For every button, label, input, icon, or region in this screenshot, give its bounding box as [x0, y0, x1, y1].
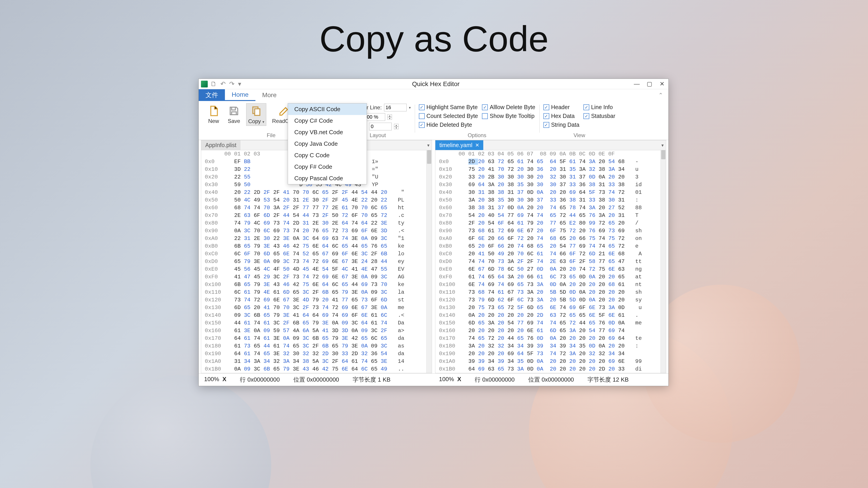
hex-row[interactable]: 0x10 75 20 41 70 72 20 30 36 20 31 35 3A… — [435, 166, 666, 173]
statusbar-left: 100% X 行 0x00000000 位置 0x00000000 字节长度 1… — [199, 373, 434, 386]
hex-view-right[interactable]: 00 01 02 03 04 05 06 07 08 09 0A 0B 0C 0… — [435, 150, 666, 373]
scrollbar[interactable] — [660, 150, 666, 373]
copy-java-item[interactable]: Copy Java Code — [288, 138, 367, 150]
allow-delete-byte-check[interactable]: ✓Alllow Delete Byte — [482, 104, 535, 110]
hex-row[interactable]: 0x150 6D 65 3A 20 54 77 69 74 74 65 72 4… — [435, 319, 666, 327]
close-button[interactable]: ✕ — [656, 79, 669, 89]
hex-row[interactable]: 0x190 20 20 20 20 69 64 5F 73 74 72 3A 2… — [435, 350, 666, 358]
hex-row[interactable]: 0x40 30 31 38 38 31 37 0D 0A 20 20 69 64… — [435, 189, 666, 196]
copy-pascal-item[interactable]: Copy Pascal Code — [288, 173, 367, 184]
hex-row[interactable]: 0x170 74 65 72 20 44 65 76 0D 0A 20 20 2… — [435, 335, 666, 342]
show-byte-tooltip-check[interactable]: Show Byte Tooltip — [482, 113, 535, 119]
hex-row[interactable]: 0xB0 65 20 6F 66 20 74 68 65 20 54 77 69… — [435, 242, 666, 250]
save-button[interactable]: Save — [226, 103, 242, 125]
hide-deleted-byte-check[interactable]: ✓Hide Deleted Byte — [419, 122, 478, 128]
hex-row[interactable]: 0x110 6C 61 79 4E 61 6D 65 3C 2F 6B 65 7… — [201, 289, 432, 296]
hex-row[interactable]: 0xC0 6C 6F 70 6D 65 6E 74 52 65 67 69 6F… — [201, 250, 432, 258]
hex-row[interactable]: 0x80 2F 20 54 6F 64 61 79 20 77 65 E2 80… — [435, 219, 666, 227]
hex-row[interactable]: 0xA0 6F 6E 20 66 6F 72 20 74 68 65 20 66… — [435, 235, 666, 242]
hex-row[interactable]: 0x50 50 4C 49 53 54 20 31 2E 30 2F 2F 45… — [201, 196, 432, 204]
hex-row[interactable]: 0x1B0 64 69 63 65 73 3A 0D 0A 20 20 20 2… — [435, 365, 666, 373]
hex-row[interactable]: 0xA0 22 31 2E 30 22 3E 0A 3C 64 69 63 74… — [201, 235, 432, 242]
location-spinner[interactable]: ▴▾ — [394, 124, 399, 129]
hex-row[interactable]: 0x160 61 3E 0A 09 59 57 4A 6A 5A 41 3D 3… — [201, 327, 432, 335]
tab-dropdown-icon[interactable]: ▾ — [427, 142, 430, 148]
ribbon-collapse-icon[interactable]: ⌃ — [656, 89, 666, 101]
hex-row[interactable]: 0x100 6B 65 79 3E 43 46 42 75 6E 64 6C 6… — [201, 281, 432, 289]
hex-row[interactable]: 0x180 61 73 65 44 61 74 65 3C 2F 6B 65 7… — [201, 342, 432, 350]
hex-row[interactable]: 0x140 09 3C 6B 65 79 3E 41 64 64 69 74 6… — [201, 312, 432, 319]
chevron-down-icon[interactable]: ▾ — [409, 105, 411, 110]
hex-row[interactable]: 0x170 64 61 74 61 3E 0A 09 3C 6B 65 79 3… — [201, 335, 432, 342]
lineinfo-check[interactable]: ✓Line Info — [583, 104, 615, 110]
copy-csharp-item[interactable]: Copy C# Code — [288, 115, 367, 127]
hex-row[interactable]: 0x40 20 22 2D 2F 2F 41 70 70 6C 65 2F 2F… — [201, 189, 432, 196]
copy-button[interactable]: Copy ▾ — [246, 103, 266, 126]
location-input[interactable] — [369, 123, 392, 130]
copy-c-item[interactable]: Copy C Code — [288, 150, 367, 161]
hex-row[interactable]: 0x150 44 61 74 61 3C 2F 6B 65 79 3E 0A 0… — [201, 319, 432, 327]
ribbon-tab-home[interactable]: Home — [225, 89, 255, 101]
file-tab-appinfo[interactable]: AppInfo.plist — [201, 140, 241, 150]
file-tab-timeline[interactable]: timeline.yaml ✕ — [435, 140, 483, 150]
highlight-same-byte-check[interactable]: ✓Highlight Same Byte — [419, 104, 478, 110]
copy-vbnet-item[interactable]: Copy VB.net Code — [288, 127, 367, 138]
hex-row[interactable]: 0xD0 65 79 3E 0A 09 3C 73 74 72 69 6E 67… — [201, 258, 432, 265]
hex-row[interactable]: 0x1A0 39 39 34 39 34 35 0D 0A 20 20 20 2… — [435, 358, 666, 365]
maximize-button[interactable]: ▢ — [643, 79, 656, 89]
hex-row[interactable]: 0x60 68 74 74 70 3A 2F 2F 77 77 77 2E 61… — [201, 204, 432, 212]
hex-row[interactable]: 0x180 3A 20 32 32 34 34 39 39 34 39 34 3… — [435, 342, 666, 350]
status-close-left[interactable]: X — [222, 376, 226, 383]
hex-row[interactable]: 0x0 2D 20 63 72 65 61 74 65 64 5F 61 74 … — [435, 158, 666, 166]
hex-row[interactable]: 0x70 2E 63 6F 6D 2F 44 54 44 73 2F 50 72… — [201, 212, 432, 219]
statusbar-check[interactable]: ✓Statusbar — [583, 113, 615, 119]
qat-save-icon[interactable]: 🗋 — [211, 81, 217, 87]
stringdata-check[interactable]: ✓String Data — [544, 122, 579, 128]
qat-undo-icon[interactable]: ↶ — [220, 81, 225, 87]
close-tab-icon[interactable]: ✕ — [475, 142, 479, 148]
hex-row[interactable]: 0x190 64 61 74 65 3E 32 30 32 32 2D 30 3… — [201, 350, 432, 358]
hex-row[interactable]: 0xE0 6E 67 6D 78 6C 50 27 0D 0A 20 20 74… — [435, 265, 666, 273]
copy-ascii-item[interactable]: Copy ASCII Code — [288, 103, 367, 115]
ribbon-tab-more[interactable]: More — [255, 89, 283, 101]
header-check[interactable]: ✓Header — [544, 104, 579, 110]
hexdata-check[interactable]: ✓Hex Data — [544, 113, 579, 119]
hex-row[interactable]: 0x20 33 20 2B 30 30 30 30 20 32 30 31 37… — [435, 173, 666, 181]
hex-row[interactable]: 0xD0 74 74 70 73 3A 2F 2F 74 2E 63 6F 2F… — [435, 258, 666, 265]
new-button[interactable]: New — [206, 103, 222, 125]
hex-row[interactable]: 0x80 74 79 4C 69 73 74 2D 31 2E 30 2E 64… — [201, 219, 432, 227]
hex-row[interactable]: 0x100 6E 74 69 74 69 65 73 3A 0D 0A 20 2… — [435, 281, 666, 289]
qat-dropdown-icon[interactable]: ▾ — [238, 81, 241, 87]
scrollbar[interactable] — [426, 150, 432, 373]
hex-row[interactable]: 0x110 73 68 74 61 67 73 3A 20 5B 5D 0D 0… — [435, 289, 666, 296]
hex-row[interactable]: 0xB0 6B 65 79 3E 43 46 42 75 6E 64 6C 65… — [201, 242, 432, 250]
quick-access-toolbar: 🗋 ↶ ↷ ▾ — [211, 81, 241, 87]
hex-row[interactable]: 0x130 6D 65 20 41 70 70 3C 2F 73 74 72 6… — [201, 304, 432, 312]
tab-dropdown-icon[interactable]: ▾ — [661, 142, 664, 148]
minimize-button[interactable]: — — [630, 79, 643, 89]
zoom-spinner[interactable]: ▴▾ — [388, 114, 392, 120]
hex-row[interactable]: 0xE0 45 56 45 4C 4F 50 4D 45 4E 54 5F 4C… — [201, 265, 432, 273]
hex-row[interactable]: 0x30 69 64 3A 20 38 35 30 30 30 37 33 36… — [435, 181, 666, 189]
hex-row[interactable]: 0x160 20 20 20 20 20 20 6E 61 6D 65 3A 2… — [435, 327, 666, 335]
hex-row[interactable]: 0x120 73 74 72 69 6E 67 3E 4D 79 20 41 7… — [201, 296, 432, 304]
hex-row[interactable]: 0x50 3A 20 38 35 30 30 30 37 33 36 38 31… — [435, 196, 666, 204]
hex-row[interactable]: 0xC0 20 41 50 49 20 70 6C 61 74 66 6F 72… — [435, 250, 666, 258]
hex-row[interactable]: 0xF0 41 47 45 29 3C 2F 73 74 72 69 6E 67… — [201, 273, 432, 281]
hex-row[interactable]: 0x1B0 0A 09 3C 6B 65 79 3E 43 46 42 75 6… — [201, 365, 432, 373]
copy-fsharp-item[interactable]: Copy F# Code — [288, 161, 367, 173]
hex-row[interactable]: 0x90 0A 3C 70 6C 69 73 74 20 76 65 72 73… — [201, 227, 432, 235]
ribbon-tab-file[interactable]: 文件 — [199, 89, 225, 101]
qat-redo-icon[interactable]: ↷ — [229, 81, 235, 87]
hex-row[interactable]: 0x140 0A 20 20 20 20 20 20 2D 63 72 65 6… — [435, 312, 666, 319]
hex-row[interactable]: 0xF0 61 74 65 64 3A 20 66 61 6C 73 65 0D… — [435, 273, 666, 281]
hex-row[interactable]: 0x1A0 31 34 3A 34 32 3A 34 38 5A 3C 2F 6… — [201, 358, 432, 365]
bpl-input[interactable] — [384, 104, 407, 111]
hex-row[interactable]: 0x70 54 20 40 54 77 69 74 74 65 72 44 65… — [435, 212, 666, 219]
count-selected-byte-check[interactable]: Count Selected Byte — [419, 113, 478, 119]
hex-row[interactable]: 0x130 20 75 73 65 72 5F 6D 65 6E 74 69 6… — [435, 304, 666, 312]
status-close-right[interactable]: X — [457, 376, 461, 383]
hex-row[interactable]: 0x120 73 79 6D 62 6F 6C 73 3A 20 5B 5D 0… — [435, 296, 666, 304]
hex-row[interactable]: 0x90 73 68 61 72 69 6E 67 20 6F 75 72 20… — [435, 227, 666, 235]
hex-row[interactable]: 0x60 38 38 31 37 0D 0A 20 20 74 65 78 74… — [435, 204, 666, 212]
